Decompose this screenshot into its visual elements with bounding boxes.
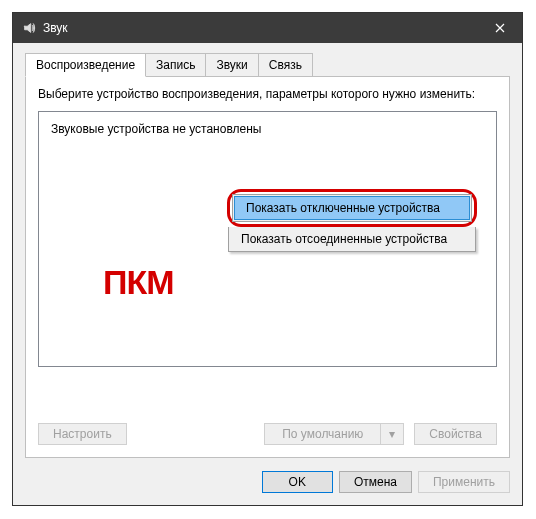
panel-button-row: Настроить По умолчанию ▾ Свойства bbox=[38, 423, 497, 445]
playback-panel: Выберите устройство воспроизведения, пар… bbox=[25, 76, 510, 458]
tab-sounds[interactable]: Звуки bbox=[205, 53, 258, 77]
sound-icon bbox=[21, 20, 37, 36]
tab-communications[interactable]: Связь bbox=[258, 53, 313, 77]
menu-item-show-disconnected[interactable]: Показать отсоединенные устройства bbox=[229, 227, 475, 251]
sound-dialog-window: Звук Воспроизведение Запись Звуки Связь … bbox=[12, 12, 523, 506]
context-menu-highlight-annotation: Показать отключенные устройства bbox=[227, 189, 477, 227]
instruction-text: Выберите устройство воспроизведения, пар… bbox=[38, 87, 497, 103]
menu-item-show-disabled[interactable]: Показать отключенные устройства bbox=[234, 196, 470, 220]
annotation-pkm: ПКМ bbox=[103, 263, 174, 302]
close-icon bbox=[495, 23, 505, 33]
configure-button: Настроить bbox=[38, 423, 127, 445]
cancel-button[interactable]: Отмена bbox=[339, 471, 412, 493]
tab-recording[interactable]: Запись bbox=[145, 53, 206, 77]
ok-button[interactable]: OK bbox=[262, 471, 333, 493]
no-devices-text: Звуковые устройства не установлены bbox=[51, 122, 261, 136]
context-menu: Показать отключенные устройства bbox=[232, 194, 472, 222]
chevron-down-icon: ▾ bbox=[381, 425, 403, 443]
titlebar[interactable]: Звук bbox=[13, 13, 522, 43]
context-menu-tail: Показать отсоединенные устройства bbox=[228, 227, 476, 252]
set-default-button: По умолчанию ▾ bbox=[264, 423, 404, 445]
dialog-button-row: OK Отмена Применить bbox=[262, 471, 510, 493]
close-button[interactable] bbox=[477, 13, 522, 43]
tab-playback[interactable]: Воспроизведение bbox=[25, 53, 146, 77]
apply-button: Применить bbox=[418, 471, 510, 493]
set-default-label: По умолчанию bbox=[265, 424, 381, 444]
properties-button: Свойства bbox=[414, 423, 497, 445]
window-title: Звук bbox=[43, 21, 68, 35]
client-area: Воспроизведение Запись Звуки Связь Выбер… bbox=[13, 43, 522, 505]
tab-strip: Воспроизведение Запись Звуки Связь bbox=[25, 53, 510, 77]
